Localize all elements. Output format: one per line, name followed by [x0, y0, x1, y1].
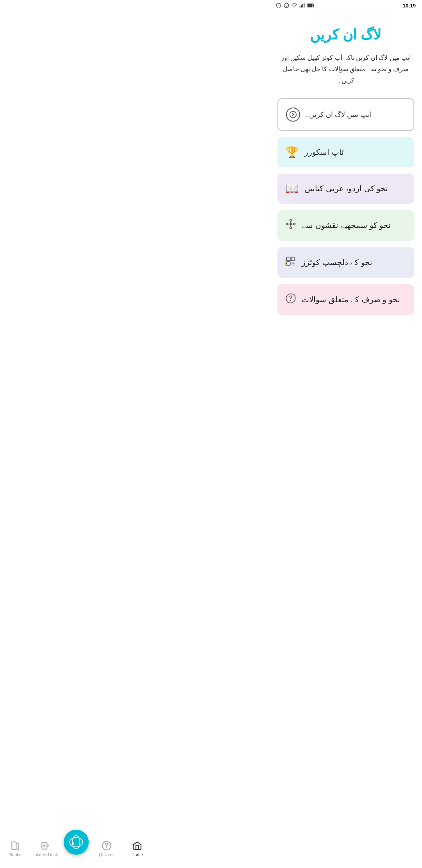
questions-icon: [285, 293, 296, 307]
shield-icon: [276, 3, 281, 8]
svg-point-10: [290, 111, 297, 118]
svg-rect-6: [302, 4, 303, 8]
login-button[interactable]: ایپ میں لاگ ان کریں۔: [277, 98, 414, 131]
svg-point-13: [293, 223, 295, 225]
questions-text: نحو و صرف کے متعلق سوالات: [302, 295, 400, 304]
svg-point-0: [284, 3, 289, 8]
diagrams-icon: [285, 219, 296, 232]
status-bar: 10:19: [270, 0, 422, 11]
quizzes-text: نحو کے دلچسپ کوئزز: [302, 258, 372, 267]
signal-icon: [299, 3, 305, 8]
login-button-text: ایپ میں لاگ ان کریں۔: [305, 110, 371, 119]
status-time: 10:19: [403, 3, 416, 9]
svg-rect-9: [308, 4, 313, 7]
svg-text:C: C: [290, 258, 292, 262]
svg-point-11: [290, 223, 292, 225]
svg-point-27: [290, 300, 291, 301]
main-content: لاگ ان کریں ایپ میں لاگ ان کریں تاکہ آپ …: [270, 11, 422, 368]
svg-rect-7: [304, 3, 304, 7]
svg-text:A: A: [285, 258, 288, 262]
wifi-icon: [291, 3, 297, 8]
page-description: ایپ میں لاگ ان کریں تاکہ آپ کوئز کھیل سک…: [277, 52, 414, 86]
svg-rect-5: [301, 5, 302, 7]
battery-icon: [307, 3, 315, 8]
smiley-icon: [284, 3, 289, 8]
svg-point-2: [287, 5, 287, 5]
svg-point-14: [290, 219, 292, 221]
books-icon: 📖: [285, 182, 299, 195]
svg-point-1: [286, 5, 286, 5]
books-card[interactable]: نحو کی اردو، عربی کتابیں 📖: [277, 174, 414, 204]
questions-card[interactable]: نحو و صرف کے متعلق سوالات: [277, 284, 414, 315]
quizzes-icon: A C ✋: [285, 256, 296, 269]
svg-rect-4: [300, 6, 300, 7]
top-scorer-card[interactable]: ٹاپ اسکورر 🏆: [277, 137, 414, 167]
diagrams-card[interactable]: نحو کو سمجھیے نقشوں سے: [277, 210, 414, 241]
top-scorer-icon: 🏆: [285, 146, 299, 159]
page-title: لاگ ان کریں: [277, 25, 414, 45]
books-text: نحو کی اردو، عربی کتابیں: [304, 184, 388, 193]
svg-point-12: [286, 223, 288, 225]
diagrams-text: نحو کو سمجھیے نقشوں سے: [302, 221, 391, 230]
top-scorer-text: ٹاپ اسکورر: [304, 147, 344, 157]
status-icons: [276, 3, 315, 8]
svg-point-15: [290, 227, 292, 229]
svg-point-3: [294, 7, 295, 7]
svg-text:✋: ✋: [285, 262, 288, 266]
login-arrow-icon: [286, 108, 300, 122]
quizzes-card[interactable]: نحو کے دلچسپ کوئزز A C ✋: [277, 247, 414, 278]
